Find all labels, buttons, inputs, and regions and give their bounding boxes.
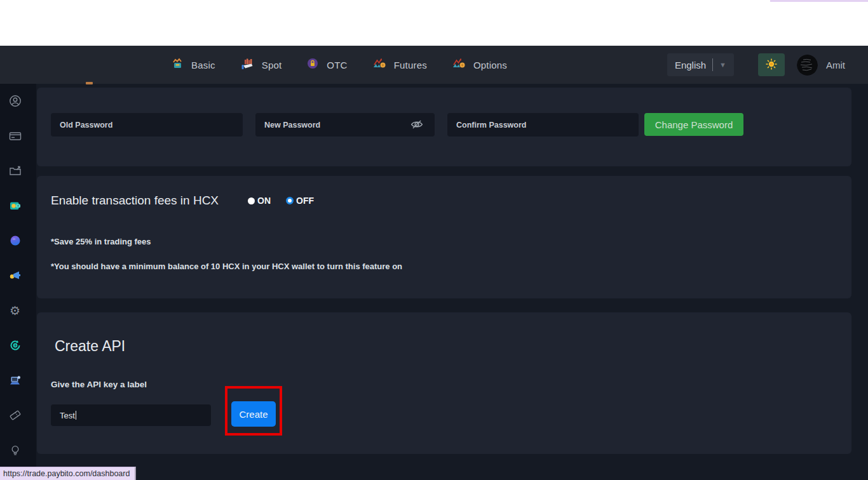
radio-option-off[interactable]: OFF [286, 196, 314, 206]
api-key-label-value: Test [60, 411, 75, 420]
top-lavender-line [770, 0, 868, 2]
create-api-button[interactable]: Create [231, 401, 276, 427]
change-password-card: Change Password [37, 88, 851, 166]
theme-toggle-button[interactable] [758, 53, 785, 76]
ticket-icon[interactable] [9, 409, 22, 422]
create-api-card: Create API Give the API key a label Test… [37, 312, 851, 454]
old-password-input[interactable] [51, 113, 243, 137]
device-monitor-icon[interactable] [9, 374, 22, 387]
nav-item-basic[interactable]: Basic [172, 58, 215, 72]
status-url-text: https://trade.paybito.com/dashboard [3, 469, 130, 478]
otc-icon [307, 58, 318, 72]
nav-label-basic: Basic [191, 60, 215, 70]
settings-gear-icon[interactable]: ⚙ [9, 304, 22, 317]
language-selector[interactable]: English ▼ [667, 53, 734, 76]
create-api-title: Create API [55, 338, 125, 355]
basic-icon [172, 58, 183, 72]
main-content: Change Password Enable transaction fees … [36, 84, 868, 480]
folder-share-icon[interactable] [9, 164, 22, 177]
clipped-heading-fragment [86, 82, 93, 84]
top-navbar: Basic Spot [0, 46, 868, 84]
bank-card-icon[interactable] [9, 130, 22, 142]
hcx-fees-card: Enable transaction fees in HCX ON OFF *S… [37, 176, 851, 298]
lightbulb-icon[interactable] [9, 444, 22, 457]
text-cursor [76, 411, 77, 420]
nav-item-otc[interactable]: OTC [307, 58, 347, 72]
nav-menu: Basic Spot [172, 46, 507, 84]
sun-icon [765, 58, 778, 72]
chevron-down-icon: ▼ [719, 61, 726, 69]
announcement-icon[interactable] [9, 269, 22, 282]
globe-icon[interactable] [9, 234, 22, 247]
nav-item-futures[interactable]: Futures [373, 58, 427, 72]
eye-slash-icon[interactable] [410, 118, 423, 131]
nav-label-options: Options [473, 60, 507, 70]
radio-off-label: OFF [296, 196, 314, 206]
user-name[interactable]: Amit [826, 60, 845, 70]
radio-option-on[interactable]: ON [248, 196, 271, 206]
spot-icon [241, 58, 254, 72]
hcx-note-min-balance: *You should have a minimum balance of 10… [51, 262, 402, 271]
api-key-label-input[interactable]: Test [51, 404, 211, 426]
api-key-field-label: Give the API key a label [51, 380, 147, 389]
nav-item-spot[interactable]: Spot [241, 58, 282, 72]
change-password-button[interactable]: Change Password [644, 113, 743, 136]
hcx-note-save-fees: *Save 25% in trading fees [51, 237, 151, 246]
left-sidebar: ⚙ [0, 84, 36, 480]
avatar[interactable] [797, 55, 818, 76]
radio-off-circle[interactable] [286, 197, 294, 204]
refresh-money-icon[interactable] [9, 339, 22, 352]
language-selected-label: English [675, 60, 706, 70]
hcx-section-title: Enable transaction fees in HCX [51, 194, 219, 208]
nav-label-otc: OTC [327, 60, 347, 70]
radio-on-label: ON [257, 196, 271, 206]
wallet-icon[interactable] [9, 199, 22, 212]
page: Basic Spot [0, 0, 868, 480]
nav-label-futures: Futures [394, 60, 427, 70]
hcx-radio-group: ON OFF [248, 196, 314, 206]
nav-right-group: English ▼ [667, 46, 845, 84]
confirm-password-input[interactable] [447, 113, 639, 137]
status-bar-url-tooltip: https://trade.paybito.com/dashboard [0, 467, 136, 480]
futures-icon [373, 58, 386, 72]
nav-item-options[interactable]: Options [452, 58, 507, 72]
radio-on-circle[interactable] [248, 197, 255, 204]
language-divider [712, 58, 713, 71]
nav-label-spot: Spot [262, 60, 282, 70]
options-icon [452, 58, 465, 72]
new-password-input[interactable] [255, 113, 435, 137]
user-profile-icon[interactable] [9, 95, 22, 107]
